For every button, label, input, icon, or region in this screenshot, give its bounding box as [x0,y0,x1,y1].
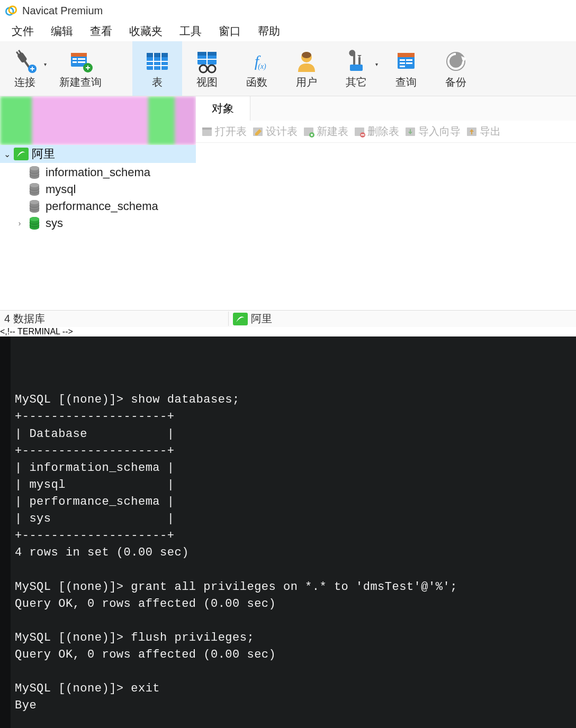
app-logo-icon [5,5,17,16]
action-export-wizard[interactable]: 导出 [464,124,503,139]
svg-rect-12 [78,58,85,60]
svg-rect-41 [400,62,405,64]
svg-rect-58 [14,148,29,160]
connection-root[interactable]: ⌄ 阿里 [0,145,196,163]
svg-rect-10 [71,53,87,57]
toolbar-other[interactable]: 其它 ▾ [331,41,381,96]
query-icon [393,49,419,74]
database-icon [29,200,40,213]
svg-rect-43 [400,66,405,67]
svg-point-62 [30,166,39,170]
function-icon: f (x) [244,49,269,74]
status-db-count: 4 数据库 [0,312,229,326]
action-design-table[interactable]: 设计表 [250,124,300,139]
chevron-right-icon: › [16,219,23,228]
action-new-table[interactable]: 新建表 [301,124,350,139]
svg-rect-8 [32,67,33,71]
menu-view[interactable]: 查看 [82,22,121,41]
svg-point-70 [30,200,39,204]
toolbar-new-query[interactable]: 新建查询 [50,41,111,96]
svg-rect-75 [233,313,248,325]
svg-point-65 [30,192,39,196]
toolbar-table[interactable]: 表 [132,41,182,96]
svg-text:(x): (x) [258,62,266,71]
wrench-icon [344,49,369,74]
svg-point-28 [200,65,207,72]
connection-icon [14,148,29,160]
scrollbar[interactable] [0,336,11,728]
svg-rect-35 [350,65,363,71]
import-icon [404,126,416,138]
connection-icon [233,313,248,325]
svg-rect-36 [358,57,361,65]
toolbar: 连接 ▾ 新建查询 表 [0,41,576,96]
svg-rect-13 [73,61,77,63]
menu-fav[interactable]: 收藏夹 [121,22,171,41]
menu-tools[interactable]: 工具 [171,22,210,41]
svg-rect-17 [87,66,88,70]
svg-rect-40 [406,59,412,61]
export-icon [466,126,478,138]
toolbar-query[interactable]: 查询 [381,41,431,96]
database-icon [29,166,40,179]
database-icon [29,183,40,196]
connection-name: 阿里 [32,146,55,162]
table-delete-icon [354,126,365,138]
menu-file[interactable]: 文件 [3,22,42,41]
tab-objects[interactable]: 对象 [196,96,250,121]
view-icon [194,49,220,74]
action-open-table[interactable]: 打开表 [199,124,249,139]
menu-edit[interactable]: 编辑 [42,22,82,41]
statusbar: 4 数据库 阿里 [0,310,576,327]
db-item[interactable]: › performance_schema [16,198,196,215]
chevron-down-icon: ▾ [44,61,47,67]
toolbar-user[interactable]: 用户 [282,41,331,96]
svg-point-66 [30,183,39,187]
svg-point-74 [30,217,39,221]
svg-point-61 [30,175,39,179]
table-design-icon [252,126,264,138]
menu-window[interactable]: 窗口 [210,22,249,41]
action-import-wizard[interactable]: 导入向导 [402,124,463,139]
toolbar-connect[interactable]: 连接 ▾ [0,41,50,96]
titlebar: Navicat Premium [0,0,576,21]
db-item[interactable]: › mysql [16,181,196,198]
svg-rect-19 [147,53,168,57]
user-icon [294,49,319,74]
menubar: 文件 编辑 查看 收藏夹 工具 窗口 帮助 [0,21,576,41]
terminal-output: MySQL [(none)]> show databases; +-------… [15,392,570,714]
app-title: Navicat Premium [22,5,103,17]
svg-point-29 [208,65,215,72]
menu-help[interactable]: 帮助 [249,22,289,41]
svg-point-34 [302,52,311,58]
object-list-panel [196,145,576,310]
svg-point-69 [30,208,39,213]
new-query-icon [68,49,93,74]
svg-rect-47 [202,128,212,130]
chevron-down-icon: ⌄ [3,149,11,159]
main-split: ⌄ 阿里 › information_schema › mysql › perf… [0,145,576,310]
chevron-down-icon: ▾ [375,61,378,67]
database-list: › information_schema › mysql › performan… [0,163,196,232]
toolbar-function[interactable]: f (x) 函数 [232,41,282,96]
table-new-icon [303,126,314,138]
connection-tree[interactable]: ⌄ 阿里 › information_schema › mysql › perf… [0,145,196,310]
svg-rect-14 [78,61,85,63]
redacted-region [0,96,196,145]
plug-icon [12,49,38,74]
table-open-icon [201,126,213,138]
svg-point-73 [30,225,39,230]
status-connection: 阿里 [229,312,276,326]
backup-icon [443,49,469,74]
toolbar-view[interactable]: 视图 [182,41,232,96]
database-active-icon [29,217,40,230]
mysql-terminal[interactable]: MySQL [(none)]> show databases; +-------… [0,336,576,728]
table-icon [145,49,170,74]
svg-rect-55 [361,134,364,135]
action-delete-table[interactable]: 删除表 [352,124,401,139]
db-item[interactable]: › sys [16,215,196,232]
db-item[interactable]: › information_schema [16,164,196,181]
svg-rect-39 [400,59,405,61]
toolbar-backup[interactable]: 备份 [431,41,481,96]
svg-rect-11 [73,58,77,60]
